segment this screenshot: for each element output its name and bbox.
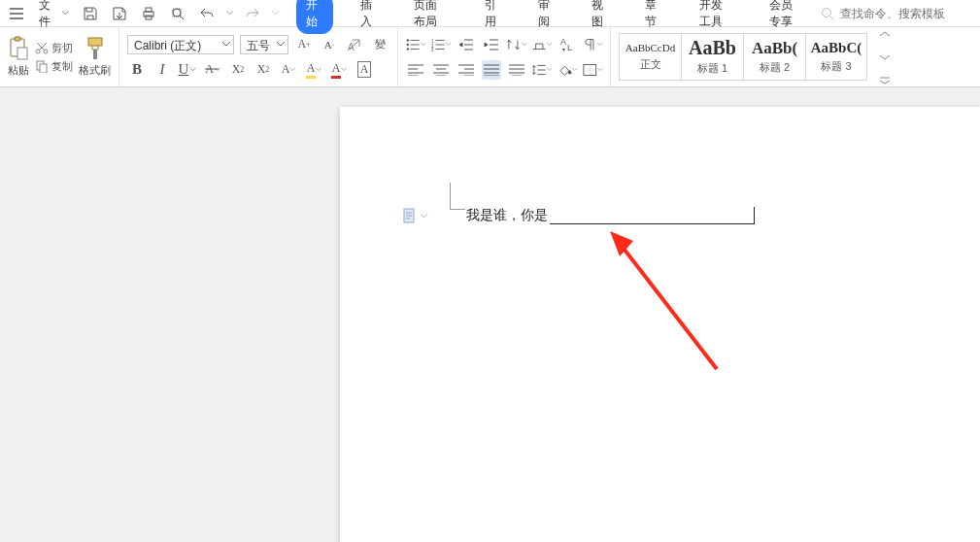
- sort-button[interactable]: [507, 35, 526, 54]
- format-painter-label: 格式刷: [79, 63, 111, 78]
- save-icon[interactable]: [81, 4, 100, 23]
- scissors-icon: [35, 41, 49, 54]
- text-direction-button[interactable]: AL: [558, 35, 577, 54]
- svg-rect-13: [88, 38, 102, 46]
- svg-rect-7: [15, 37, 20, 41]
- chevron-down-icon: [597, 67, 602, 72]
- shrink-font-button[interactable]: A-: [320, 35, 339, 54]
- file-label: 文件: [39, 0, 58, 30]
- styles-scroll-down[interactable]: [875, 48, 895, 67]
- align-center-button[interactable]: [431, 60, 451, 80]
- clear-format-button[interactable]: A: [345, 35, 364, 54]
- bold-button[interactable]: B: [127, 60, 147, 80]
- document-text-line[interactable]: 我是谁，你是: [466, 207, 755, 224]
- change-case-button[interactable]: A: [279, 60, 298, 80]
- paste-label: 粘贴: [8, 63, 29, 78]
- chevron-down-icon: [421, 42, 425, 47]
- svg-rect-8: [17, 48, 27, 59]
- page-icon: [403, 208, 417, 223]
- svg-text:A: A: [348, 42, 355, 52]
- bullet-list-button[interactable]: [406, 35, 425, 54]
- undo-chevron-icon[interactable]: [226, 11, 233, 16]
- document-text: 我是谁，你是: [466, 207, 548, 224]
- svg-point-5: [823, 8, 831, 17]
- svg-text:L: L: [567, 43, 572, 52]
- strikethrough-button[interactable]: A: [203, 60, 222, 80]
- svg-text:A: A: [560, 37, 566, 47]
- style-heading-3[interactable]: AaBbC( 标题 3: [805, 33, 867, 81]
- redo-chevron-icon[interactable]: [272, 11, 279, 16]
- title-bar: 文件 开始 插入 页面布局 引用 审阅 视图 章节 开发工具 会员: [0, 0, 980, 27]
- style-heading-2[interactable]: AaBb( 标题 2: [743, 33, 805, 81]
- chevron-down-icon: [62, 11, 69, 16]
- grow-font-button[interactable]: A+: [294, 35, 314, 54]
- search-input[interactable]: [838, 6, 974, 21]
- copy-button[interactable]: 复制: [35, 59, 73, 74]
- line-spacing-button[interactable]: [532, 60, 552, 80]
- font-size-combo[interactable]: 五号: [240, 35, 288, 54]
- chevron-down-icon: [522, 42, 526, 47]
- group-font: Calibri (正文) 五号 A+ A- A 變 B I U A X2 X2: [119, 27, 398, 86]
- chevron-down-icon: [421, 214, 427, 219]
- subscript-button[interactable]: X2: [253, 60, 273, 80]
- align-distribute-button[interactable]: [507, 60, 526, 80]
- style-normal[interactable]: AaBbCcDd 正文: [619, 33, 681, 81]
- redo-button[interactable]: [243, 4, 262, 23]
- document-page[interactable]: [340, 107, 980, 542]
- paste-button[interactable]: 粘贴: [8, 36, 29, 78]
- font-name-combo[interactable]: Calibri (正文): [127, 35, 234, 54]
- chevron-down-icon: [316, 67, 321, 72]
- underline-blank: [550, 211, 754, 224]
- align-left-button[interactable]: [406, 60, 425, 80]
- group-paragraph: 123 AL: [398, 27, 611, 86]
- numbered-list-button[interactable]: 123: [431, 35, 451, 54]
- search-icon: [821, 7, 834, 20]
- font-color-button[interactable]: A: [329, 60, 349, 80]
- phonetic-guide-button[interactable]: 變: [370, 35, 389, 54]
- copy-icon: [35, 59, 49, 73]
- svg-rect-1: [146, 8, 152, 12]
- chevron-down-icon: [341, 67, 347, 72]
- svg-rect-12: [40, 64, 47, 73]
- undo-button[interactable]: [197, 4, 217, 23]
- paragraph-handle[interactable]: [403, 208, 427, 223]
- svg-text:3: 3: [431, 48, 434, 51]
- print-icon[interactable]: [139, 4, 158, 23]
- underline-button[interactable]: U: [178, 60, 197, 80]
- svg-point-17: [407, 39, 409, 41]
- decrease-indent-button[interactable]: [456, 35, 476, 54]
- style-heading-1[interactable]: AaBb 标题 1: [681, 33, 743, 81]
- cut-button[interactable]: 剪切: [35, 41, 73, 55]
- increase-indent-button[interactable]: [482, 35, 501, 54]
- format-painter-button[interactable]: 格式刷: [79, 36, 111, 78]
- character-border-button[interactable]: A: [355, 60, 374, 80]
- superscript-button[interactable]: X2: [228, 60, 248, 80]
- chevron-down-icon: [189, 67, 196, 72]
- search-box[interactable]: [821, 6, 974, 21]
- italic-button[interactable]: I: [152, 60, 172, 80]
- hamburger-icon[interactable]: [6, 6, 27, 21]
- quick-access-toolbar: [81, 4, 279, 23]
- chevron-down-icon: [547, 67, 552, 72]
- document-workspace: 我是谁，你是: [0, 87, 980, 542]
- save-as-icon[interactable]: [110, 4, 129, 23]
- align-justify-button[interactable]: [482, 60, 501, 80]
- print-preview-icon[interactable]: [168, 4, 187, 23]
- borders-button[interactable]: [583, 60, 602, 80]
- styles-scroll-up[interactable]: [875, 27, 895, 44]
- highlight-color-button[interactable]: A: [304, 60, 323, 80]
- cursor-indicator: [450, 183, 465, 210]
- chevron-down-icon: [289, 67, 295, 72]
- shading-button[interactable]: [558, 60, 577, 80]
- chevron-down-icon: [597, 42, 602, 47]
- svg-rect-14: [93, 50, 97, 59]
- paintbrush-icon: [84, 36, 106, 61]
- align-right-button[interactable]: [456, 60, 476, 80]
- tab-stop-button[interactable]: [532, 35, 552, 54]
- svg-point-19: [407, 48, 409, 50]
- styles-expand[interactable]: [875, 71, 895, 87]
- show-marks-button[interactable]: [583, 35, 602, 54]
- ribbon: 粘贴 剪切 复制 格式刷 Calibri (正文): [0, 27, 980, 87]
- chevron-down-icon: [277, 42, 285, 47]
- chevron-down-icon: [446, 42, 451, 47]
